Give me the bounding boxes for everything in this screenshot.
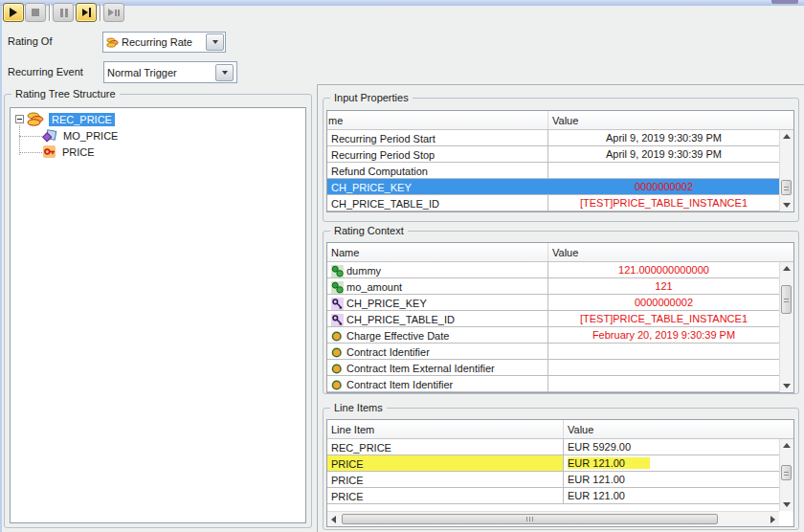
table-row[interactable]: CH_PRICE_TABLE_ID [TEST]PRICE_TABLE_INST… xyxy=(327,195,779,211)
window-left-edge xyxy=(0,6,2,532)
property-value-cell: April 9, 2019 9:30:39 PM xyxy=(548,146,779,162)
table-row-selected[interactable]: CH_PRICE_KEY 0000000002 xyxy=(327,179,779,195)
tree-node-price[interactable]: PRICE xyxy=(43,144,98,159)
table-header: Line Item Value xyxy=(327,420,793,439)
table-row[interactable]: CH_PRICE_TABLE_ID [TEST]PRICE_TABLE_INST… xyxy=(327,311,779,327)
property-name-cell: Recurring Period Start xyxy=(327,130,548,145)
tree-node-rec-price[interactable]: REC_PRICE xyxy=(26,112,115,126)
table-row[interactable]: CH_PRICE_KEY 0000000002 xyxy=(327,295,779,311)
rating-of-label: Rating Of xyxy=(8,35,52,47)
line-item-value-cell: EUR 5929.00 xyxy=(564,439,779,454)
run-to-pause-button[interactable] xyxy=(103,3,124,22)
scrollbar-thumb[interactable] xyxy=(781,285,792,314)
horizontal-scrollbar[interactable] xyxy=(327,511,779,526)
tree-node-mo-price[interactable]: MO_PRICE xyxy=(42,128,121,143)
coins-icon xyxy=(26,112,45,126)
table-row[interactable]: Refund Computation xyxy=(327,163,779,179)
table-row-highlighted[interactable]: PRICE EUR 121.00 xyxy=(327,455,779,472)
formula-icon xyxy=(331,281,344,294)
play-button[interactable] xyxy=(3,3,24,22)
scrollbar-thumb[interactable] xyxy=(781,465,792,480)
vertical-scrollbar[interactable] xyxy=(779,262,793,392)
property-name-cell: Contract Identifier xyxy=(346,346,430,358)
table-row[interactable]: mo_amount 121 xyxy=(327,278,779,295)
property-name-cell: CH_PRICE_KEY xyxy=(327,179,548,194)
column-header-line-item[interactable]: Line Item xyxy=(327,420,564,438)
pause-button[interactable] xyxy=(53,3,74,22)
chevron-down-icon xyxy=(212,40,218,44)
scroll-right-icon[interactable] xyxy=(770,516,775,523)
property-value-cell: [TEST]PRICE_TABLE_INSTANCE1 xyxy=(548,311,779,326)
column-header-value[interactable]: Value xyxy=(548,243,793,261)
rating-context-groupbox: Rating Context Name Value dummy 121.0000… xyxy=(323,231,799,394)
line-item-value-cell: EUR 121.00 xyxy=(564,488,779,503)
scroll-down-icon[interactable] xyxy=(783,384,791,388)
table-row[interactable]: REC_PRICE EUR 5929.00 xyxy=(327,439,779,455)
scroll-left-icon[interactable] xyxy=(331,516,336,523)
property-value-cell: [TEST]PRICE_TABLE_INSTANCE1 xyxy=(548,195,779,211)
table-row[interactable]: Charge Effective Date February 20, 2019 … xyxy=(327,327,779,344)
rating-of-combobox[interactable]: Recurring Rate xyxy=(102,32,226,53)
vertical-scrollbar[interactable] xyxy=(779,439,793,511)
rating-tree[interactable]: REC_PRICE MO_PRICE PRICE xyxy=(10,107,306,523)
column-header-name[interactable]: Name xyxy=(327,243,548,261)
table-row[interactable]: Contract Item External Identifier xyxy=(327,360,779,376)
input-properties-table: me Value Recurring Period Start April 9,… xyxy=(326,110,794,212)
table-row[interactable]: Contract Identifier xyxy=(327,344,779,360)
scrollbar-thumb[interactable] xyxy=(781,180,792,195)
vertical-scrollbar[interactable] xyxy=(779,130,793,211)
property-value-cell xyxy=(548,163,779,178)
step-forward-button[interactable] xyxy=(76,3,97,22)
rating-debugger-window: Rating Of Recurring Rate Recurring Event… xyxy=(0,0,804,532)
recurring-event-combobox[interactable]: Normal Trigger xyxy=(103,61,237,83)
tree-node-label: PRICE xyxy=(59,145,98,159)
column-header-value[interactable]: Value xyxy=(564,420,793,438)
toolbar-separator xyxy=(100,4,100,21)
table-body: REC_PRICE EUR 5929.00 PRICE EUR 121.00 P… xyxy=(327,439,779,511)
scroll-down-icon[interactable] xyxy=(783,502,791,507)
rating-of-value: Recurring Rate xyxy=(119,36,206,48)
tree-node-label: REC_PRICE xyxy=(49,113,115,126)
context-field-icon xyxy=(331,363,344,375)
window-control-fragment xyxy=(771,0,798,4)
scroll-up-icon[interactable] xyxy=(783,266,791,271)
scroll-down-icon[interactable] xyxy=(783,203,791,208)
table-header: Name Value xyxy=(327,243,793,262)
context-field-icon xyxy=(331,346,344,359)
scrollbar-thumb[interactable] xyxy=(342,514,718,524)
table-row[interactable]: Recurring Period Start April 9, 2019 9:3… xyxy=(327,130,779,146)
property-value-cell xyxy=(548,344,779,359)
column-header-name[interactable]: me xyxy=(327,111,548,129)
table-row[interactable]: Contract Item Identifier xyxy=(327,376,779,392)
properties-panel: Input Properties me Value Recurring Peri… xyxy=(317,84,804,532)
property-value-cell xyxy=(548,360,779,375)
line-item-name-cell: PRICE xyxy=(327,472,564,487)
table-row[interactable]: PRICE EUR 121.00 xyxy=(327,472,779,488)
chevron-down-icon xyxy=(222,71,228,75)
recurring-event-dropdown-button[interactable] xyxy=(215,64,234,81)
tree-node-label: MO_PRICE xyxy=(60,129,121,143)
formula-icon xyxy=(331,265,344,277)
run-to-pause-icon xyxy=(108,9,120,16)
rating-tree-title: Rating Tree Structure xyxy=(11,88,120,100)
scroll-up-icon[interactable] xyxy=(783,443,791,448)
line-item-value-cell: EUR 121.00 xyxy=(568,457,650,469)
line-item-name-cell: PRICE xyxy=(327,488,564,503)
tree-connector xyxy=(19,136,42,137)
rating-context-title: Rating Context xyxy=(330,225,408,237)
property-name-cell: CH_PRICE_KEY xyxy=(346,298,427,309)
scroll-up-icon[interactable] xyxy=(783,134,791,139)
property-name-cell: CH_PRICE_TABLE_ID xyxy=(327,195,548,211)
stop-button[interactable] xyxy=(25,3,46,22)
table-row[interactable]: Recurring Period Stop April 9, 2019 9:30… xyxy=(327,146,779,163)
property-name-cell: Charge Effective Date xyxy=(346,330,449,342)
tree-expander-minus[interactable] xyxy=(15,115,24,123)
property-name-cell: Refund Computation xyxy=(327,163,548,178)
rating-of-dropdown-button[interactable] xyxy=(206,33,224,51)
table-row[interactable]: PRICE EUR 121.00 xyxy=(327,488,779,504)
context-field-icon xyxy=(331,330,344,343)
property-value-cell: February 20, 2019 9:30:39 PM xyxy=(548,327,779,343)
table-row[interactable]: dummy 121.000000000000 xyxy=(327,262,779,278)
column-header-value[interactable]: Value xyxy=(548,111,793,129)
stop-icon xyxy=(32,9,39,16)
